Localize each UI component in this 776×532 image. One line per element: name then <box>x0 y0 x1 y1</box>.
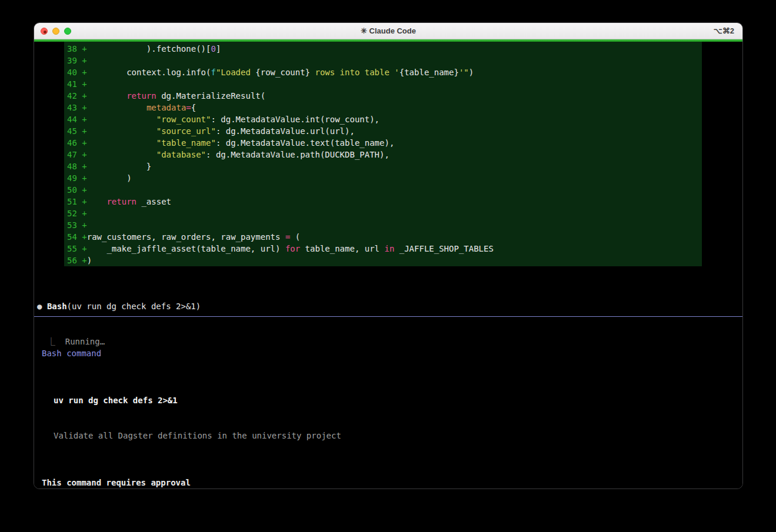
diff-line: 39 + <box>67 55 702 66</box>
terminal-content: 38 + ).fetchone()[0]39 +40 + context.log… <box>34 39 742 488</box>
diff-line-number: 49 + <box>67 173 87 183</box>
diff-line: 42 + return dg.MaterializeResult( <box>67 90 702 102</box>
diff-line-number: 46 + <box>67 138 87 148</box>
diff-line-number: 45 + <box>67 126 87 136</box>
diff-line-number: 55 + <box>67 244 87 253</box>
diff-line-number: 52 + <box>67 209 87 218</box>
diff-line-number: 42 + <box>67 91 87 101</box>
diff-line-number: 38 + <box>67 44 87 53</box>
dialog-command-description: Validate all Dagster definitions in the … <box>34 430 742 441</box>
diff-line: 48 + } <box>67 160 702 172</box>
window-titlebar[interactable]: ✳ Claude Code ⌥⌘2 <box>34 23 742 39</box>
dialog-title: Bash command <box>34 347 742 359</box>
diff-line: 53 + <box>67 219 702 231</box>
diff-line: 40 + context.log.info(f"Loaded {row_coun… <box>67 66 702 78</box>
bash-tool-call-header: ● Bash(uv run dg check defs 2>&1) <box>37 300 201 312</box>
claude-code-window: ✳ Claude Code ⌥⌘2 38 + ).fetchone()[0]39… <box>34 22 743 489</box>
diff-line-number: 53 + <box>67 220 87 230</box>
permission-dialog: Bash command uv run dg check defs 2>&1 V… <box>34 316 742 488</box>
diff-line: 49 + ) <box>67 172 702 184</box>
diff-line: 38 + ).fetchone()[0] <box>67 43 702 55</box>
diff-line-number: 40 + <box>67 68 87 77</box>
tool-args: (uv run dg check defs 2>&1) <box>67 302 201 311</box>
diff-line: 54 +raw_customers, raw_orders, raw_payme… <box>67 231 702 243</box>
diff-line-number: 50 + <box>67 185 87 195</box>
diff-line: 56 +) <box>67 255 702 266</box>
diff-line: 43 + metadata={ <box>67 102 702 113</box>
window-shortcut-badge: ⌥⌘2 <box>714 23 734 39</box>
diff-line-number: 54 + <box>67 232 87 242</box>
diff-line-number: 47 + <box>67 150 87 159</box>
diff-line: 45 + "source_url": dg.MetadataValue.url(… <box>67 125 702 137</box>
diff-line: 55 + _make_jaffle_asset(table_name, url)… <box>67 243 702 255</box>
approval-note: This command requires approval <box>34 477 742 488</box>
diff-line: 51 + return _asset <box>67 196 702 208</box>
code-diff: 38 + ).fetchone()[0]39 +40 + context.log… <box>64 42 702 266</box>
diff-line: 44 + "row_count": dg.MetadataValue.int(r… <box>67 113 702 125</box>
running-bullet-icon: ● <box>37 302 42 311</box>
diff-line-number: 39 + <box>67 56 87 65</box>
diff-line-number: 51 + <box>67 197 87 206</box>
diff-line-number: 43 + <box>67 103 87 112</box>
diff-line: 47 + "database": dg.MetadataValue.path(D… <box>67 149 702 160</box>
tool-name: Bash <box>47 302 67 311</box>
diff-line-number: 48 + <box>67 162 87 171</box>
diff-line: 50 + <box>67 184 702 196</box>
diff-line-number: 56 + <box>67 256 87 265</box>
diff-line-number: 41 + <box>67 79 87 89</box>
diff-line: 52 + <box>67 208 702 219</box>
diff-line-number: 44 + <box>67 115 87 124</box>
dialog-command: uv run dg check defs 2>&1 <box>34 394 742 406</box>
diff-line: 46 + "table_name": dg.MetadataValue.text… <box>67 137 702 149</box>
window-title: ✳ Claude Code <box>34 23 742 39</box>
diff-line: 41 + <box>67 78 702 90</box>
